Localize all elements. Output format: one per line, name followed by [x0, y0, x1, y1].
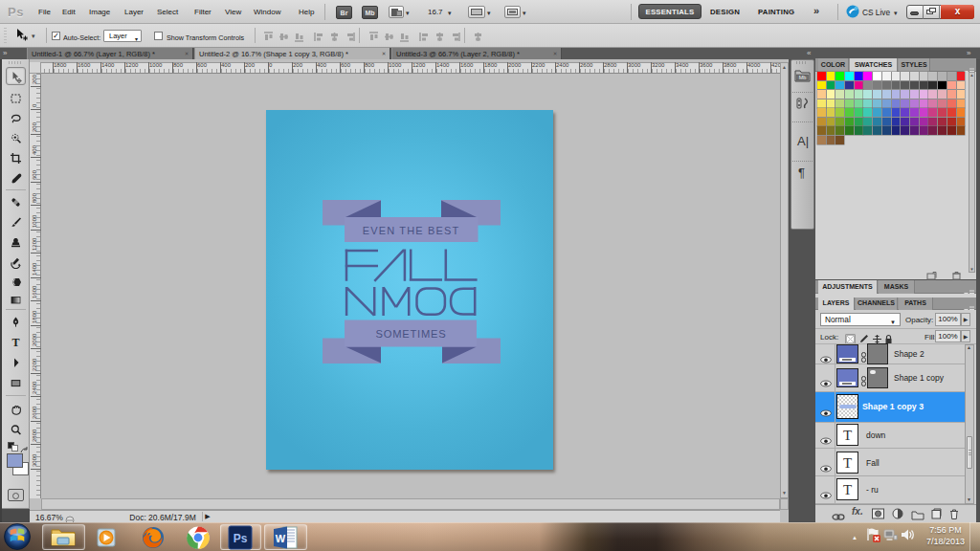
svg-text:800: 800: [32, 192, 37, 203]
svg-text:1200: 1200: [32, 237, 37, 251]
svg-text:0: 0: [32, 103, 37, 107]
svg-text:EVEN THE BEST: EVEN THE BEST: [363, 225, 460, 236]
svg-text:200: 200: [32, 121, 37, 132]
svg-text:T: T: [11, 336, 19, 348]
svg-text:1600: 1600: [32, 285, 37, 298]
svg-text:3000: 3000: [32, 453, 37, 467]
svg-text:2000: 2000: [32, 333, 37, 346]
svg-text:W: W: [276, 533, 286, 544]
svg-text:2800: 2800: [32, 429, 37, 442]
svg-text:1800: 1800: [32, 310, 37, 323]
svg-text:400: 400: [32, 144, 37, 155]
svg-text:2200: 2200: [32, 358, 37, 371]
svg-text:SOMETIMES: SOMETIMES: [376, 328, 447, 340]
svg-text:1000: 1000: [32, 214, 37, 228]
svg-text:2400: 2400: [32, 381, 37, 394]
svg-text:2600: 2600: [32, 406, 37, 419]
svg-text:Ps: Ps: [234, 532, 248, 545]
svg-text:Mb: Mb: [799, 75, 807, 80]
svg-text:1400: 1400: [32, 262, 37, 276]
svg-text:200: 200: [32, 74, 37, 84]
svg-text:600: 600: [32, 169, 37, 180]
